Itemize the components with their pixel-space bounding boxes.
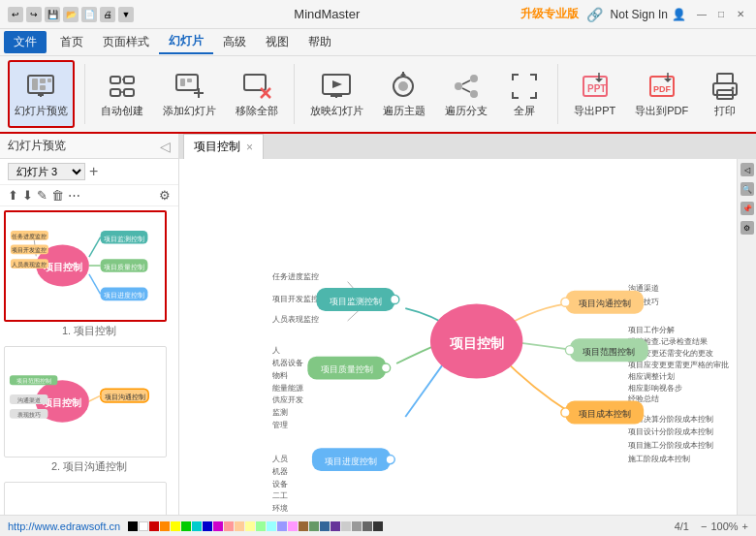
color-swatch[interactable] <box>192 521 202 531</box>
redo-icon[interactable]: ↪ <box>26 7 42 22</box>
ribbon-add-slide[interactable]: 添加幻灯片 <box>157 60 222 128</box>
canvas-content[interactable]: 任务进度监控 项目开发监控 人员表现监控 人 机器设备 物料 能量能源 供应开发… <box>179 159 756 515</box>
slide-panel: 幻灯片预览 ◁ 幻灯片 3 幻灯片 1 幻灯片 2 + ⬆ ⬇ ✎ 🗑 ⋯ ⚙ <box>0 134 179 515</box>
ribbon-export-ppt[interactable]: PPT 导出PPT <box>568 60 622 128</box>
sign-in-area[interactable]: Not Sign In 👤 <box>611 8 686 21</box>
color-swatch[interactable] <box>139 521 148 531</box>
color-swatch[interactable] <box>277 521 287 531</box>
svg-text:表现技巧: 表现技巧 <box>17 412 41 418</box>
color-swatch[interactable] <box>213 521 223 531</box>
color-swatch[interactable] <box>256 521 266 531</box>
canvas-tab-close[interactable]: × <box>246 141 253 154</box>
ribbon-play-slides[interactable]: 放映幻灯片 <box>304 60 369 128</box>
auto-create-label: 自动创建 <box>101 104 143 118</box>
traverse-theme-label: 遍历主题 <box>383 104 425 118</box>
slide-item-2[interactable]: 项目控制 项目沟通控制 项目范围控制 沟通渠道 表现技巧 2. 项 <box>4 346 174 474</box>
color-swatch[interactable] <box>341 521 351 531</box>
svg-text:项目范围控制: 项目范围控制 <box>583 347 635 357</box>
color-swatch[interactable] <box>299 521 308 531</box>
right-tools: ◁ 🔍 📌 ⚙ <box>737 159 756 515</box>
color-swatch[interactable] <box>288 521 298 531</box>
menu-file[interactable]: 文件 <box>4 31 47 53</box>
menu-advanced[interactable]: 高级 <box>213 31 256 53</box>
slide-thumb-3[interactable]: 项目控制 项目范围控制 <box>4 482 167 515</box>
svg-rect-4 <box>47 79 51 82</box>
fullscreen-icon <box>509 71 540 102</box>
minimize-button[interactable]: — <box>694 7 709 22</box>
color-swatch[interactable] <box>309 521 319 531</box>
slide-selector-dropdown[interactable]: 幻灯片 3 幻灯片 1 幻灯片 2 <box>8 163 85 180</box>
slide-2-label: 2. 项目沟通控制 <box>4 459 174 474</box>
more-icon[interactable]: ▼ <box>118 7 134 22</box>
color-swatch[interactable] <box>181 521 191 531</box>
slide-item-3[interactable]: 项目控制 项目范围控制 3. 项目范围控制 <box>4 482 174 515</box>
color-swatch[interactable] <box>352 521 362 531</box>
menu-slides[interactable]: 幻灯片 <box>159 30 213 54</box>
slide-item-1[interactable]: 项目控制 项目监测控制 项目质量控制 项目进度控制 <box>4 210 174 338</box>
slide-tool-more[interactable]: ⋯ <box>68 188 80 203</box>
close-button[interactable]: ✕ <box>733 7 748 22</box>
svg-point-31 <box>470 90 478 98</box>
right-tool-2[interactable]: 🔍 <box>740 182 754 196</box>
ribbon-fullscreen[interactable]: 全屏 <box>501 60 548 128</box>
slide-panel-close[interactable]: ◁ <box>160 139 171 154</box>
canvas-tab-main[interactable]: 项目控制 × <box>183 134 264 159</box>
color-swatch[interactable] <box>331 521 340 531</box>
maximize-button[interactable]: □ <box>713 7 729 22</box>
ribbon-remove-all[interactable]: 移除全部 <box>230 60 284 128</box>
svg-text:相应调整计划: 相应调整计划 <box>628 372 675 381</box>
ribbon-traverse-theme[interactable]: 遍历主题 <box>376 60 430 128</box>
color-swatch[interactable] <box>160 521 170 531</box>
color-swatch[interactable] <box>203 521 212 531</box>
svg-point-131 <box>561 408 570 417</box>
save-icon[interactable]: 💾 <box>45 7 60 22</box>
share-icon[interactable]: 🔗 <box>586 7 603 22</box>
color-swatch[interactable] <box>128 521 138 531</box>
color-swatch[interactable] <box>235 521 244 531</box>
svg-text:监测: 监测 <box>272 408 288 417</box>
svg-text:能量能源: 能量能源 <box>272 384 303 393</box>
color-swatch[interactable] <box>320 521 330 531</box>
right-tool-4[interactable]: ⚙ <box>740 221 754 235</box>
menu-view[interactable]: 视图 <box>256 31 299 53</box>
svg-text:项目应变更更需更严格的审批: 项目应变更更需更严格的审批 <box>628 361 729 369</box>
right-tool-1[interactable]: ◁ <box>740 163 754 176</box>
ribbon-slide-preview[interactable]: 幻灯片预览 <box>8 60 75 128</box>
menu-home[interactable]: 首页 <box>50 31 93 53</box>
color-swatch[interactable] <box>267 521 276 531</box>
color-swatch[interactable] <box>362 521 372 531</box>
color-swatch[interactable] <box>171 521 180 531</box>
zoom-out-button[interactable]: − <box>701 520 707 532</box>
new-icon[interactable]: 📄 <box>81 7 97 22</box>
slide-thumb-2[interactable]: 项目控制 项目沟通控制 项目范围控制 沟通渠道 表现技巧 <box>4 346 167 457</box>
traverse-theme-icon <box>388 71 419 102</box>
slide-tool-setting[interactable]: ⚙ <box>159 188 171 203</box>
add-slide-small-button[interactable]: + <box>89 163 98 180</box>
print-icon[interactable]: 🖨 <box>100 7 115 22</box>
ribbon-export-pdf[interactable]: PDF 导出到PDF <box>629 60 694 128</box>
color-swatch[interactable] <box>245 521 255 531</box>
status-url[interactable]: http://www.edrawsoft.cn <box>8 520 120 532</box>
slide-tool-edit[interactable]: ✎ <box>37 188 47 203</box>
svg-point-126 <box>391 295 399 303</box>
ribbon-auto-create[interactable]: 自动创建 <box>95 60 149 128</box>
slide-tool-move-up[interactable]: ⬆ <box>8 188 18 203</box>
slide-tool-move-down[interactable]: ⬇ <box>22 188 33 203</box>
upgrade-button[interactable]: 升级专业版 <box>520 6 579 22</box>
slide-preview-icon <box>25 71 56 102</box>
color-swatch[interactable] <box>373 521 383 531</box>
color-swatch[interactable] <box>149 521 159 531</box>
color-swatch[interactable] <box>224 521 234 531</box>
ribbon-print[interactable]: 打印 <box>702 60 748 128</box>
svg-text:机器设备: 机器设备 <box>272 359 303 367</box>
slide-tool-delete[interactable]: 🗑 <box>51 188 64 203</box>
right-tool-3[interactable]: 📌 <box>740 202 754 215</box>
svg-rect-3 <box>40 85 46 90</box>
open-icon[interactable]: 📂 <box>63 7 79 22</box>
menu-help[interactable]: 帮助 <box>299 31 341 53</box>
undo-icon[interactable]: ↩ <box>8 7 23 22</box>
menu-page-style[interactable]: 页面样式 <box>93 31 159 53</box>
ribbon-traverse-branch[interactable]: 遍历分支 <box>439 60 493 128</box>
slide-thumb-1[interactable]: 项目控制 项目监测控制 项目质量控制 项目进度控制 <box>4 210 167 322</box>
zoom-in-button[interactable]: + <box>742 520 748 532</box>
